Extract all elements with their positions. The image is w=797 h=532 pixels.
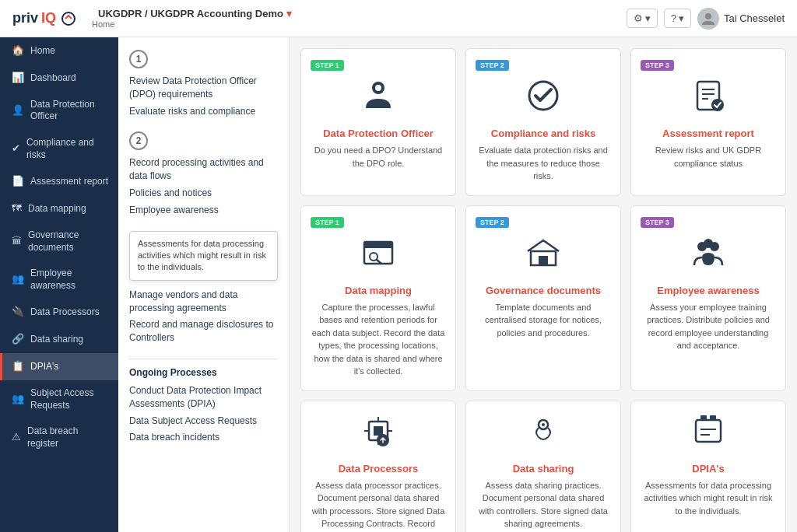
step-badge: STEP 1 <box>311 60 344 71</box>
step3-item-1[interactable]: Manage vendors and data processing agree… <box>129 289 278 315</box>
sidebar-label-governance: Governance documents <box>28 229 109 254</box>
step-badge: STEP 1 <box>311 217 344 228</box>
step-badge: STEP 3 <box>641 60 674 71</box>
card-desc: Evaluate data protection risks and the m… <box>476 144 611 183</box>
svg-point-17 <box>704 239 713 248</box>
sidebar-item-dashboard[interactable]: 📊Dashboard <box>0 65 118 92</box>
svg-point-0 <box>62 12 75 25</box>
governance-icon: 🏛 <box>12 235 22 248</box>
card-governance[interactable]: STEP 2 Governance documents Template doc… <box>465 205 621 391</box>
card-title: Data mapping <box>345 285 412 296</box>
step1-item-2[interactable]: Evaluate risks and compliance <box>129 105 278 118</box>
divider <box>129 359 278 359</box>
step1-item-1[interactable]: Review Data Protection Officer (DPO) req… <box>129 75 278 101</box>
step-badge: STEP 3 <box>641 217 674 228</box>
sidebar-label-datamapping: Data mapping <box>28 203 86 215</box>
sar-icon: 👥 <box>12 393 24 406</box>
help-dropdown-icon: ▾ <box>679 12 684 24</box>
card-dpia[interactable]: DPIA's Assessments for data processing a… <box>630 401 786 533</box>
logo-iq: IQ <box>41 10 56 26</box>
settings-button[interactable]: ⚙ ▾ <box>627 9 658 28</box>
dpo-icon: 👤 <box>12 104 24 117</box>
card-sharing[interactable]: Data sharing Assess data sharing practic… <box>465 401 621 533</box>
help-icon: ? <box>671 12 676 24</box>
svg-rect-11 <box>364 242 392 248</box>
sidebar-item-dpia[interactable]: 📋DPIA's <box>0 353 118 380</box>
card-title: Assessment report <box>662 128 754 139</box>
home-icon: 🏠 <box>12 44 24 58</box>
sidebar-item-datamapping[interactable]: 🗺Data mapping <box>0 195 118 222</box>
avatar <box>697 8 719 30</box>
logo-priv: priv <box>12 10 38 26</box>
sidebar-label-home: Home <box>30 45 55 58</box>
sidebar-item-sar[interactable]: 👥Subject Access Requests <box>0 380 118 418</box>
card-icon-compliance <box>525 77 562 121</box>
topbar-title-text: UKGDPR / UKGDPR Accounting Demo <box>98 8 283 19</box>
dropdown-icon: ▾ <box>286 8 292 19</box>
sidebar-item-compliance[interactable]: ✔Compliance and risks <box>0 130 118 168</box>
user-name: Tai Chesselet <box>724 12 785 24</box>
sidebar-label-dashboard: Dashboard <box>30 72 76 85</box>
ongoing-item-3[interactable]: Data breach incidents <box>129 431 278 444</box>
sidebar-label-compliance: Compliance and risks <box>26 137 109 161</box>
card-title: Data sharing <box>513 463 574 474</box>
left-panel: 1 Review Data Protection Officer (DPO) r… <box>118 37 290 532</box>
settings-dropdown-icon: ▾ <box>645 12 651 24</box>
card-icon-processors <box>360 412 397 457</box>
card-desc: Assess data processor practices. Documen… <box>311 479 446 533</box>
employee-icon: 👥 <box>12 273 24 286</box>
card-desc: Assess your employee training practices.… <box>641 301 776 352</box>
card-dpo[interactable]: STEP 1 Data Protection Officer Do you ne… <box>300 48 456 196</box>
sidebar-label-processors: Data Processors <box>30 306 100 319</box>
card-assessment[interactable]: STEP 3 Assessment report Review risks an… <box>630 48 786 196</box>
card-icon-assessment <box>690 77 727 121</box>
sidebar-item-employee[interactable]: 👥Employee awareness <box>0 261 118 299</box>
card-desc: Do you need a DPO? Understand the DPO ro… <box>311 144 446 170</box>
step2-item-3[interactable]: Employee awareness <box>129 204 278 217</box>
step2-item-2[interactable]: Policies and notices <box>129 187 278 200</box>
sidebar-item-sharing[interactable]: 🔗Data sharing <box>0 326 118 353</box>
card-employee[interactable]: STEP 3 Employee awareness Assess your em… <box>630 205 786 391</box>
sidebar-item-processors[interactable]: 🔌Data Processors <box>0 299 118 326</box>
sidebar-item-governance[interactable]: 🏛Governance documents <box>0 222 118 261</box>
step-badge: STEP 2 <box>476 60 509 71</box>
card-desc: Assessments for data processing activiti… <box>641 479 776 518</box>
ongoing-item-2[interactable]: Data Subject Access Requests <box>129 415 278 428</box>
card-desc: Assess data sharing practices. Document … <box>476 479 611 530</box>
sidebar-item-breach[interactable]: ⚠Data breach register <box>0 418 118 457</box>
step3-section: Manage vendors and data processing agree… <box>129 289 278 345</box>
svg-rect-27 <box>696 420 721 442</box>
help-button[interactable]: ? ▾ <box>664 9 691 28</box>
step3-item-2[interactable]: Record and manage disclosures to Control… <box>129 318 278 345</box>
step2-item-1[interactable]: Record processing activities and data fl… <box>129 156 278 183</box>
card-compliance[interactable]: STEP 2 Compliance and risks Evaluate dat… <box>465 48 621 196</box>
sidebar-label-assessment: Assessment report <box>30 176 108 188</box>
step1-section: 1 Review Data Protection Officer (DPO) r… <box>129 50 278 117</box>
ongoing-section: Ongoing Processes Conduct Data Protectio… <box>129 367 278 444</box>
sharing-icon: 🔗 <box>12 333 24 346</box>
svg-point-9 <box>711 99 724 111</box>
compliance-icon: ✔ <box>12 142 20 156</box>
ongoing-item-1[interactable]: Conduct Data Protection Impact Assessmen… <box>129 384 278 411</box>
user-menu[interactable]: Tai Chesselet <box>697 8 785 30</box>
card-icon-dpo <box>360 77 397 121</box>
topbar-title[interactable]: UKGDPR / UKGDPR Accounting Demo ▾ <box>98 8 292 19</box>
sidebar-item-home[interactable]: 🏠Home <box>0 37 118 65</box>
card-datamapping[interactable]: STEP 1 Data mapping Capture the processe… <box>300 205 456 391</box>
card-processors[interactable]: Data Processors Assess data processor pr… <box>300 401 456 533</box>
sidebar-item-assessment[interactable]: 📄Assessment report <box>0 168 118 195</box>
sidebar-label-employee: Employee awareness <box>30 268 109 292</box>
logo: privIQ <box>12 10 76 26</box>
sidebar-item-dpo[interactable]: 👤Data Protection Officer <box>0 92 118 130</box>
svg-point-1 <box>705 13 711 19</box>
processors-icon: 🔌 <box>12 306 24 319</box>
card-icon-dpia <box>690 412 727 457</box>
svg-point-26 <box>542 423 545 426</box>
main-content: 1 Review Data Protection Officer (DPO) r… <box>118 37 797 532</box>
dashboard-icon: 📊 <box>12 72 24 85</box>
layout: 🏠Home📊Dashboard👤Data Protection Officer✔… <box>0 37 797 532</box>
card-title: Compliance and risks <box>491 128 595 139</box>
svg-rect-28 <box>700 415 707 420</box>
svg-rect-29 <box>710 415 716 420</box>
card-icon-datamapping <box>360 234 397 278</box>
